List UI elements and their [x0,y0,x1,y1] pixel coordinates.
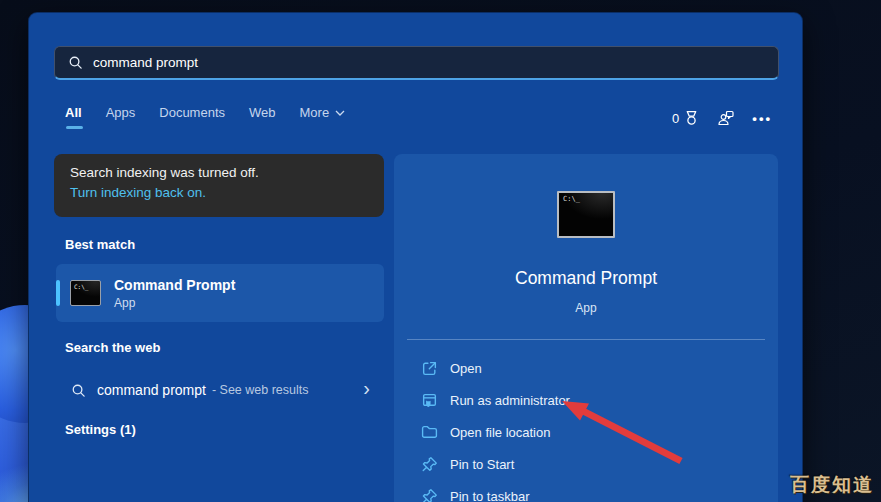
folder-icon [421,424,438,441]
tab-apps[interactable]: Apps [106,105,136,129]
user-chat-icon [717,109,735,127]
preview-title: Command Prompt [394,268,778,289]
command-prompt-icon: C:\_ [70,280,101,306]
chevron-down-icon [335,110,345,116]
action-run-as-administrator[interactable]: Run as administrator [394,384,778,416]
action-pin-to-start[interactable]: Pin to Start [394,448,778,480]
context-actions-list: Open Run as administrator Open file loca… [394,352,778,502]
settings-header: Settings (1) [65,422,136,437]
search-header-icons: 0 ••• [672,109,772,127]
admin-shield-icon [421,392,438,409]
selection-accent-bar [56,280,60,306]
best-match-header: Best match [65,237,135,252]
open-icon [421,360,438,377]
search-icon [71,383,86,398]
pin-icon [421,488,438,502]
action-open[interactable]: Open [394,352,778,384]
chevron-right-icon[interactable]: › [363,377,370,400]
web-query-text: command prompt [97,382,206,398]
search-filter-tabs: All Apps Documents Web More [65,105,345,129]
action-pin-to-taskbar[interactable]: Pin to taskbar [394,480,778,502]
pin-icon [421,456,438,473]
indexing-notice-banner: Search indexing was turned off. Turn ind… [54,154,384,217]
tab-web[interactable]: Web [249,105,276,129]
search-box[interactable] [54,46,779,80]
search-icon [68,55,83,70]
action-open-file-location[interactable]: Open file location [394,416,778,448]
web-search-result[interactable]: command prompt - See web results › [56,375,384,405]
tab-all[interactable]: All [65,105,82,129]
tab-documents[interactable]: Documents [159,105,225,129]
search-input[interactable] [93,55,768,70]
search-flyout-panel: All Apps Documents Web More 0 ••• Search… [28,12,803,502]
rewards-button[interactable]: 0 [672,110,700,127]
preview-subtitle: App [394,301,778,315]
desktop: { "search": { "value": "command prompt" … [0,0,881,502]
best-match-result[interactable]: C:\_ Command Prompt App [56,264,384,322]
web-suffix-text: - See web results [212,383,309,397]
best-match-subtitle: App [114,296,235,310]
command-prompt-icon-large: C:\_ [557,191,615,238]
baidu-zhidao-watermark: 百度知道 [790,472,874,498]
indexing-notice-text: Search indexing was turned off. [70,165,368,180]
account-button[interactable] [717,109,735,127]
divider [407,339,765,340]
rewards-count: 0 [672,111,679,126]
options-ellipsis-button[interactable]: ••• [752,111,772,126]
tab-more[interactable]: More [300,105,346,129]
rewards-medal-icon [683,110,700,127]
result-preview-pane: C:\_ Command Prompt App Open Run as admi… [394,154,778,502]
turn-indexing-on-link[interactable]: Turn indexing back on. [70,185,368,200]
search-web-header: Search the web [65,340,160,355]
best-match-title: Command Prompt [114,277,235,293]
